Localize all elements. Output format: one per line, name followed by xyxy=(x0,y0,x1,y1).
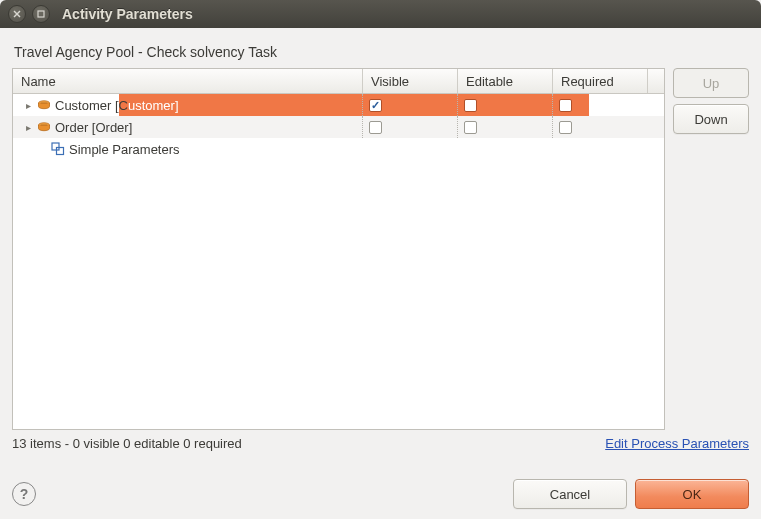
cell-required[interactable] xyxy=(553,94,648,116)
up-button[interactable]: Up xyxy=(673,68,749,98)
cell-name: Simple Parameters xyxy=(13,138,363,160)
row-label: Customer [Customer] xyxy=(55,98,179,113)
side-buttons: Up Down xyxy=(673,68,749,430)
cancel-button[interactable]: Cancel xyxy=(513,479,627,509)
checkbox-visible[interactable] xyxy=(369,121,382,134)
checkbox-required[interactable] xyxy=(559,99,572,112)
column-header-visible[interactable]: Visible xyxy=(363,69,458,93)
expand-toggle[interactable]: ▸ xyxy=(23,122,33,133)
cell-editable[interactable] xyxy=(458,94,553,116)
down-button[interactable]: Down xyxy=(673,104,749,134)
main-row: Name Visible Editable Required ▸ C xyxy=(12,68,749,430)
minimize-window-button[interactable] xyxy=(32,5,50,23)
help-icon: ? xyxy=(20,486,29,502)
parameters-table: Name Visible Editable Required ▸ C xyxy=(12,68,665,430)
minimize-icon xyxy=(37,10,45,18)
checkbox-required[interactable] xyxy=(559,121,572,134)
titlebar: Activity Parameters xyxy=(0,0,761,28)
cell-visible[interactable] xyxy=(363,116,458,138)
svg-rect-7 xyxy=(52,143,59,150)
column-header-editable[interactable]: Editable xyxy=(458,69,553,93)
svg-rect-2 xyxy=(38,11,44,17)
window-body: Travel Agency Pool - Check solvency Task… xyxy=(0,28,761,519)
cell-name: ▸ Customer [Customer] xyxy=(13,94,363,116)
edit-process-parameters-link[interactable]: Edit Process Parameters xyxy=(605,436,749,451)
context-subtitle: Travel Agency Pool - Check solvency Task xyxy=(14,44,747,60)
table-body[interactable]: ▸ Customer [Customer] xyxy=(13,94,664,429)
ok-button[interactable]: OK xyxy=(635,479,749,509)
cell-name: ▸ Order [Order] xyxy=(13,116,363,138)
cell-editable[interactable] xyxy=(458,116,553,138)
simple-params-icon xyxy=(51,142,65,156)
expand-toggle[interactable]: ▸ xyxy=(23,100,33,111)
class-icon xyxy=(37,98,51,112)
status-text: 13 items - 0 visible 0 editable 0 requir… xyxy=(12,436,242,451)
column-header-name[interactable]: Name xyxy=(13,69,363,93)
cell-visible[interactable] xyxy=(363,94,458,116)
svg-rect-8 xyxy=(57,148,64,155)
table-row[interactable]: Simple Parameters xyxy=(13,138,664,160)
column-header-required[interactable]: Required xyxy=(553,69,648,93)
class-icon xyxy=(37,120,51,134)
checkbox-editable[interactable] xyxy=(464,121,477,134)
checkbox-visible[interactable] xyxy=(369,99,382,112)
row-label: Simple Parameters xyxy=(69,142,180,157)
row-label: Order [Order] xyxy=(55,120,132,135)
table-row[interactable]: ▸ Order [Order] xyxy=(13,116,664,138)
window-title: Activity Parameters xyxy=(62,6,193,22)
cell-required[interactable] xyxy=(553,116,648,138)
close-icon xyxy=(13,10,21,18)
status-row: 13 items - 0 visible 0 editable 0 requir… xyxy=(12,436,749,451)
help-button[interactable]: ? xyxy=(12,482,36,506)
close-window-button[interactable] xyxy=(8,5,26,23)
table-row[interactable]: ▸ Customer [Customer] xyxy=(13,94,664,116)
checkbox-editable[interactable] xyxy=(464,99,477,112)
table-header: Name Visible Editable Required xyxy=(13,69,664,94)
footer: ? Cancel OK xyxy=(12,479,749,509)
column-header-spacer xyxy=(648,69,664,93)
